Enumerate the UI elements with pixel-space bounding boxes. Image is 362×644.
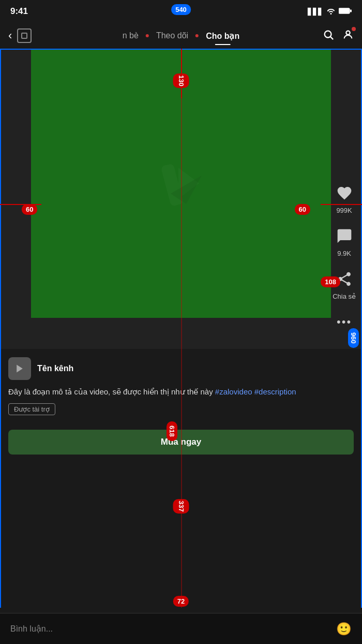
nav-dot-2 — [195, 34, 199, 37]
svg-point-2 — [325, 31, 331, 37]
blue-line-left — [0, 49, 1, 608]
comment-icon[interactable] — [333, 225, 356, 247]
comment-placeholder[interactable]: Bình luận... — [10, 624, 53, 634]
hashtag-description[interactable]: #description — [254, 387, 296, 396]
status-bar: 9:41 540 ▋▋▋ — [0, 0, 362, 23]
tab-ban-be[interactable]: n bè — [118, 29, 143, 42]
like-count: 999K — [336, 207, 352, 214]
main-content: 999K 9.9K Chia sẻ — [0, 49, 362, 644]
more-icon[interactable]: ••• — [333, 311, 356, 333]
share-label: Chia sẻ — [333, 292, 356, 300]
more-action[interactable]: ••• — [333, 311, 356, 333]
share-action[interactable]: Chia sẻ — [333, 268, 356, 300]
emoji-button[interactable]: 🙂 — [336, 622, 352, 636]
profile-badge — [352, 27, 356, 31]
play-icon — [150, 152, 212, 214]
back-button[interactable]: ‹ — [8, 29, 12, 42]
description-text: Đây là đoạn mô tả của video, sẽ được hiể… — [8, 387, 215, 396]
content-area: Tên kênh Đây là đoạn mô tả của video, sẽ… — [0, 349, 362, 455]
battery-icon — [339, 7, 352, 16]
channel-name: Tên kênh — [37, 364, 73, 373]
like-icon[interactable] — [333, 182, 356, 204]
svg-line-3 — [330, 37, 333, 39]
search-button[interactable] — [323, 29, 334, 43]
svg-rect-0 — [339, 8, 350, 13]
nav-tabs: n bè Theo dõi Cho bạn — [118, 29, 244, 43]
buy-button[interactable]: Mua ngay — [8, 430, 354, 455]
comment-count: 9.9K — [337, 250, 351, 257]
nav-icon-inner — [21, 33, 27, 39]
tab-cho-ban[interactable]: Cho bạn — [202, 29, 244, 43]
svg-rect-1 — [350, 9, 352, 12]
status-icons: ▋▋▋ — [308, 7, 352, 16]
wifi-icon — [326, 7, 336, 16]
signal-icon: ▋▋▋ — [308, 8, 323, 16]
bottom-bar: Bình luận... 🙂 — [0, 613, 362, 644]
hashtag-zalovideo[interactable]: #zalovideo — [215, 387, 252, 396]
svg-marker-7 — [17, 365, 23, 373]
side-actions: 999K 9.9K Chia sẻ — [333, 182, 356, 333]
video-thumbnail[interactable] — [31, 49, 331, 318]
video-description: Đây là đoạn mô tả của video, sẽ được hiể… — [8, 386, 354, 398]
nav-left: ‹ — [8, 28, 32, 43]
blue-line-top — [0, 49, 362, 50]
status-time: 9:41 — [10, 6, 28, 17]
dim-72: 72 — [173, 596, 189, 607]
like-action[interactable]: 999K — [333, 182, 356, 214]
nav-dot-1 — [146, 34, 149, 37]
profile-button[interactable] — [342, 29, 354, 43]
dimension-label-540: 540 — [171, 4, 191, 15]
nav-icon-box[interactable] — [17, 28, 32, 43]
svg-point-4 — [346, 31, 350, 34]
tab-theo-doi[interactable]: Theo dõi — [152, 29, 192, 42]
channel-icon[interactable] — [8, 357, 31, 380]
dim-337: 337 — [173, 499, 189, 514]
nav-right — [323, 29, 354, 43]
nav-bar: ‹ n bè Theo dõi Cho bạn — [0, 23, 362, 49]
comment-action[interactable]: 9.9K — [333, 225, 356, 257]
share-icon[interactable] — [333, 268, 356, 290]
sponsored-badge: Được tài trợ — [8, 403, 55, 415]
video-container[interactable]: 999K 9.9K Chia sẻ — [0, 49, 362, 349]
channel-row: Tên kênh — [8, 357, 354, 380]
